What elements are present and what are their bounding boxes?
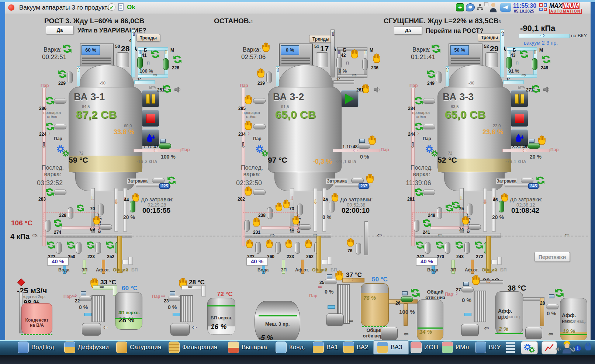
manual-hand-icon[interactable] xyxy=(461,215,471,225)
nav-filtracia[interactable]: Фильтрация xyxy=(169,341,217,354)
top-left-valve[interactable] xyxy=(67,72,73,83)
auto-recycle-icon[interactable] xyxy=(151,49,160,59)
top-left-valve[interactable] xyxy=(266,72,272,83)
valve-b[interactable] xyxy=(137,57,143,69)
condensate-tank[interactable]: Конденсатна В/А xyxy=(21,303,52,334)
add-icon[interactable]: + xyxy=(456,3,464,11)
zatravka-valve[interactable] xyxy=(521,178,533,183)
branch-valve[interactable] xyxy=(425,242,430,254)
propark-valve[interactable] xyxy=(423,98,435,104)
auto-recycle-icon[interactable] xyxy=(422,218,432,228)
horn-icon[interactable] xyxy=(173,86,181,94)
hx-valve[interactable] xyxy=(79,296,91,301)
manual-hand-icon[interactable] xyxy=(304,239,314,249)
pause-button[interactable] xyxy=(511,90,528,107)
steam-valve[interactable] xyxy=(527,143,540,149)
auto-recycle-icon[interactable] xyxy=(62,44,72,54)
manual-hand-icon[interactable] xyxy=(261,42,271,52)
chat-icon[interactable] xyxy=(466,3,475,11)
zp-tank[interactable]: ЗП верхн. 28 % xyxy=(115,292,142,330)
peretyazhki-button[interactable]: Перетяжки xyxy=(535,252,570,262)
auto-recycle-icon[interactable] xyxy=(53,218,63,228)
telegram-icon[interactable] xyxy=(500,3,511,12)
branch-valve[interactable] xyxy=(445,242,450,254)
steam-valve[interactable] xyxy=(159,143,171,149)
left-valve[interactable] xyxy=(423,190,435,195)
water-percent-box[interactable]: 40 % xyxy=(246,257,268,266)
man-valve-1[interactable] xyxy=(244,220,250,232)
drive-setpoint[interactable]: 60 % xyxy=(82,45,100,55)
branch-valve[interactable] xyxy=(56,242,62,254)
gear-icon[interactable] xyxy=(62,150,69,157)
auto-recycle-icon[interactable] xyxy=(45,96,55,105)
menu-bar-icon[interactable] xyxy=(506,342,515,344)
branch-valve[interactable] xyxy=(295,242,300,254)
auto-recycle-icon[interactable] xyxy=(455,240,464,250)
trends-button[interactable]: Тренды xyxy=(478,34,501,41)
nav-vku[interactable]: ВКУ xyxy=(475,341,501,354)
valve-b[interactable] xyxy=(336,57,342,69)
man-valve-1[interactable] xyxy=(414,220,419,232)
pause-button[interactable] xyxy=(142,90,159,107)
branch-valve[interactable] xyxy=(275,242,281,254)
steam-valve[interactable] xyxy=(358,143,370,149)
man-valve-2[interactable] xyxy=(100,224,112,230)
drive-setpoint[interactable]: 50 % xyxy=(450,45,469,55)
horn-icon[interactable] xyxy=(542,86,550,94)
vA-valve[interactable] xyxy=(467,204,473,215)
nav-va3[interactable]: ВА3 xyxy=(377,341,402,354)
manual-hand-icon[interactable] xyxy=(265,239,274,249)
nav-vyparka[interactable]: Выпарка xyxy=(228,341,267,354)
auto-recycle-icon[interactable] xyxy=(542,55,551,64)
manual-hand-icon[interactable] xyxy=(256,68,266,78)
auto-recycle-icon[interactable] xyxy=(46,240,56,250)
valve-b[interactable] xyxy=(506,57,512,69)
top-left-valve[interactable] xyxy=(436,72,442,83)
otek-lower-tank[interactable]: 14 % xyxy=(417,299,443,341)
hx-valve[interactable] xyxy=(325,279,337,284)
auto-recycle-icon[interactable] xyxy=(435,240,444,250)
trends-button[interactable]: Тренды xyxy=(309,35,333,43)
auto-recycle-icon[interactable] xyxy=(431,44,441,54)
auto-recycle-icon[interactable] xyxy=(410,288,421,298)
branch-valve[interactable] xyxy=(255,242,261,254)
manual-hand-icon[interactable] xyxy=(243,120,254,131)
auto-recycle-icon[interactable] xyxy=(105,240,115,250)
aff-valve[interactable] xyxy=(546,304,558,309)
steam2-valve[interactable] xyxy=(54,124,66,129)
nav-vodpod[interactable]: ВодПод xyxy=(18,341,54,354)
auto-recycle-icon[interactable] xyxy=(86,240,95,250)
nav-va1[interactable]: ВА1 xyxy=(313,341,338,354)
auto-recycle-icon[interactable] xyxy=(554,288,564,298)
stop-button[interactable] xyxy=(142,110,159,127)
manual-hand-icon[interactable] xyxy=(284,239,294,249)
check-icon[interactable]: ✓ xyxy=(108,3,115,11)
nav-va2[interactable]: ВА2 xyxy=(343,341,369,354)
bp-tank[interactable]: БП верхн. 16 % xyxy=(207,298,235,335)
menu-bar-icon[interactable] xyxy=(506,345,515,347)
manual-hand-icon[interactable] xyxy=(92,215,102,225)
yes-button[interactable]: Да xyxy=(394,26,422,35)
report-icon[interactable] xyxy=(118,3,124,11)
auto-recycle-icon[interactable] xyxy=(415,240,425,250)
auto-recycle-icon[interactable] xyxy=(45,187,55,197)
auto-recycle-icon[interactable] xyxy=(414,187,423,197)
man-valve-2[interactable] xyxy=(468,224,481,230)
vB-valve[interactable] xyxy=(329,201,335,212)
start-button[interactable] xyxy=(341,90,359,107)
valve-m[interactable] xyxy=(362,58,368,70)
manual-hand-icon[interactable] xyxy=(365,173,376,184)
manual-hand-icon[interactable] xyxy=(346,238,356,247)
man-valve-1[interactable] xyxy=(45,220,51,232)
auto-recycle-icon[interactable] xyxy=(76,204,85,212)
branch-valve[interactable] xyxy=(76,242,82,254)
settings-button[interactable] xyxy=(521,341,538,354)
steam2-valve[interactable] xyxy=(423,124,435,129)
mesh-tank[interactable]: Меш. 3 пр. -5 % xyxy=(255,301,300,343)
water-percent-box[interactable]: 40 % xyxy=(47,257,69,266)
nav-diffuzii[interactable]: Диффузии xyxy=(64,341,109,354)
hx-valve[interactable] xyxy=(168,296,180,301)
vA-valve[interactable] xyxy=(98,204,104,215)
otek-upper-tank[interactable]: 76 % xyxy=(361,283,389,326)
manual-hand-icon[interactable] xyxy=(350,49,360,59)
